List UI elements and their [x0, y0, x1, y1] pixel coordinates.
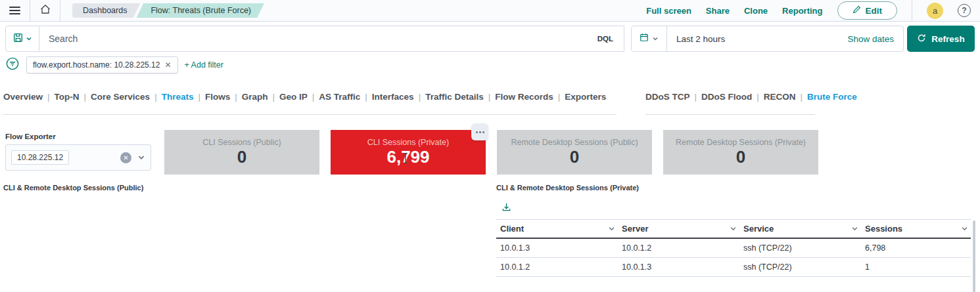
- metric-value: 0: [237, 148, 246, 166]
- tab-ddos-flood[interactable]: DDoS Flood: [701, 92, 752, 102]
- tab-separator: |: [558, 92, 561, 102]
- chevron-down-icon[interactable]: [608, 225, 615, 232]
- table-row: 10.0.1.310.0.1.2ssh (TCP/22)6,798: [496, 238, 971, 258]
- filter-pill[interactable]: flow.export.host.name: 10.28.225.12 ✕: [26, 56, 178, 73]
- metric-label: CLI Sessions (Public): [202, 138, 281, 147]
- public-sessions-panel-title: CLI & Remote Desktop Sessions (Public): [3, 184, 143, 192]
- download-icon[interactable]: [502, 202, 511, 215]
- cell-service: ssh (TCP/22): [739, 258, 861, 277]
- home-button[interactable]: [30, 0, 60, 22]
- metric-label: Remote Desktop Sessions (Public): [511, 138, 638, 147]
- menu-button[interactable]: [0, 0, 30, 22]
- metric-value: 0: [736, 148, 745, 166]
- metric-card-remote-desktop-sessions-private[interactable]: Remote Desktop Sessions (Private)0: [663, 130, 818, 175]
- metric-card-cli-sessions-public[interactable]: CLI Sessions (Public)0: [164, 130, 319, 175]
- ibeam-cursor-icon: [402, 152, 409, 167]
- metric-cards-row: CLI Sessions (Public)0CLI Sessions (Priv…: [164, 130, 818, 175]
- share-link[interactable]: Share: [706, 6, 730, 16]
- column-header-service[interactable]: Service: [739, 220, 861, 239]
- tab-exporters[interactable]: Exporters: [565, 92, 606, 102]
- tab-graph[interactable]: Graph: [242, 92, 268, 102]
- column-header-server[interactable]: Server: [618, 220, 739, 239]
- help-icon[interactable]: ?: [958, 4, 971, 17]
- cell-service: ssh (TCP/22): [739, 238, 861, 258]
- flow-exporter-selected-value[interactable]: 10.28.225.12: [11, 150, 69, 165]
- chevron-down-icon: [26, 33, 32, 45]
- cell-sessions: 6,798: [861, 238, 971, 258]
- dashboard-nav-tabs: Overview|Top-N|Core Services|Threats|Flo…: [3, 92, 606, 102]
- column-label: Server: [622, 224, 648, 234]
- date-quick-select-button[interactable]: [632, 26, 667, 51]
- panel-options-button[interactable]: [471, 123, 488, 140]
- tab-ddos-tcp[interactable]: DDoS TCP: [645, 92, 690, 102]
- tab-geo-ip[interactable]: Geo IP: [279, 92, 308, 102]
- date-picker: Last 2 hours Show dates: [631, 26, 904, 52]
- top-navigation-bar: Dashboards Flow: Threats (Brute Force) F…: [0, 0, 980, 22]
- query-language-button[interactable]: DQL: [594, 35, 617, 43]
- search-input[interactable]: [49, 33, 594, 44]
- tab-separator: |: [488, 92, 491, 102]
- column-header-client[interactable]: Client: [496, 220, 618, 239]
- table-body: 10.0.1.310.0.1.2ssh (TCP/22)6,79810.0.1.…: [496, 238, 971, 277]
- flow-exporter-label: Flow Exporter: [5, 133, 56, 140]
- topbar-actions: Full screen Share Clone Reporting Edit a…: [646, 0, 980, 22]
- clear-selection-icon[interactable]: ✕: [120, 152, 131, 163]
- tab-overview[interactable]: Overview: [3, 92, 43, 102]
- filter-bar: flow.export.host.name: 10.28.225.12 ✕ + …: [0, 55, 980, 80]
- tab-core-services[interactable]: Core Services: [91, 92, 150, 102]
- tab-top-n[interactable]: Top-N: [55, 92, 80, 102]
- tab-separator: |: [312, 92, 315, 102]
- tab-threats[interactable]: Threats: [162, 92, 194, 102]
- tab-brute-force[interactable]: Brute Force: [807, 92, 857, 102]
- tab-flows[interactable]: Flows: [205, 92, 230, 102]
- save-icon: [13, 33, 23, 45]
- refresh-icon: [917, 33, 926, 45]
- chevron-down-icon[interactable]: [730, 225, 737, 232]
- column-label: Service: [743, 224, 774, 234]
- breadcrumb-current-dashboard[interactable]: Flow: Threats (Brute Force): [136, 3, 264, 18]
- chevron-down-icon[interactable]: [961, 225, 968, 232]
- table-row: 10.0.1.210.0.1.3ssh (TCP/22)1: [496, 258, 971, 277]
- private-sessions-panel-title: CLI & Remote Desktop Sessions (Private): [496, 184, 639, 192]
- chevron-down-icon[interactable]: [137, 154, 145, 161]
- time-range-value[interactable]: Last 2 hours: [667, 34, 725, 44]
- tab-recon[interactable]: RECON: [764, 92, 796, 102]
- filter-pill-label: flow.export.host.name: 10.28.225.12: [33, 60, 160, 70]
- metric-label: Remote Desktop Sessions (Private): [676, 138, 806, 147]
- saved-query-menu-button[interactable]: [5, 26, 39, 52]
- add-filter-button[interactable]: + Add filter: [185, 60, 223, 70]
- reporting-link[interactable]: Reporting: [782, 6, 822, 16]
- tab-separator: |: [235, 92, 237, 102]
- remove-filter-icon[interactable]: ✕: [164, 60, 171, 70]
- show-dates-button[interactable]: Show dates: [847, 34, 903, 44]
- metric-label: CLI Sessions (Private): [367, 138, 449, 147]
- chevron-down-icon[interactable]: [851, 225, 858, 232]
- tab-flow-records[interactable]: Flow Records: [495, 92, 553, 102]
- column-header-sessions[interactable]: Sessions: [861, 220, 971, 239]
- flow-exporter-combobox[interactable]: 10.28.225.12 ✕: [5, 144, 151, 171]
- breadcrumb-dashboards[interactable]: Dashboards: [72, 3, 140, 18]
- metric-value: 0: [570, 148, 579, 166]
- cell-client: 10.0.1.2: [496, 258, 618, 277]
- full-screen-link[interactable]: Full screen: [646, 6, 691, 16]
- home-icon: [40, 4, 51, 17]
- tab-traffic-details[interactable]: Traffic Details: [425, 92, 484, 102]
- user-avatar[interactable]: a: [927, 3, 943, 19]
- tab-separator: |: [84, 92, 87, 102]
- tab-separator: |: [757, 92, 759, 102]
- cell-sessions: 1: [861, 258, 971, 277]
- refresh-button[interactable]: Refresh: [907, 26, 975, 52]
- clone-link[interactable]: Clone: [744, 6, 768, 16]
- vertical-scrollbar[interactable]: [973, 220, 975, 292]
- threats-subtabs: DDoS TCP|DDoS Flood|RECON|Brute Force: [645, 92, 857, 102]
- dashboard-content: Overview|Top-N|Core Services|Threats|Flo…: [0, 80, 980, 292]
- tab-interfaces[interactable]: Interfaces: [372, 92, 414, 102]
- topbar-divider: [912, 0, 912, 22]
- filter-circle-icon[interactable]: [5, 56, 20, 73]
- cell-client: 10.0.1.3: [496, 238, 618, 258]
- tab-as-traffic[interactable]: AS Traffic: [319, 92, 360, 102]
- chevron-down-icon: [652, 33, 659, 45]
- metric-card-remote-desktop-sessions-public[interactable]: Remote Desktop Sessions (Public)0: [497, 130, 652, 175]
- edit-button[interactable]: Edit: [837, 1, 898, 20]
- tabs-divider-right: [645, 114, 815, 115]
